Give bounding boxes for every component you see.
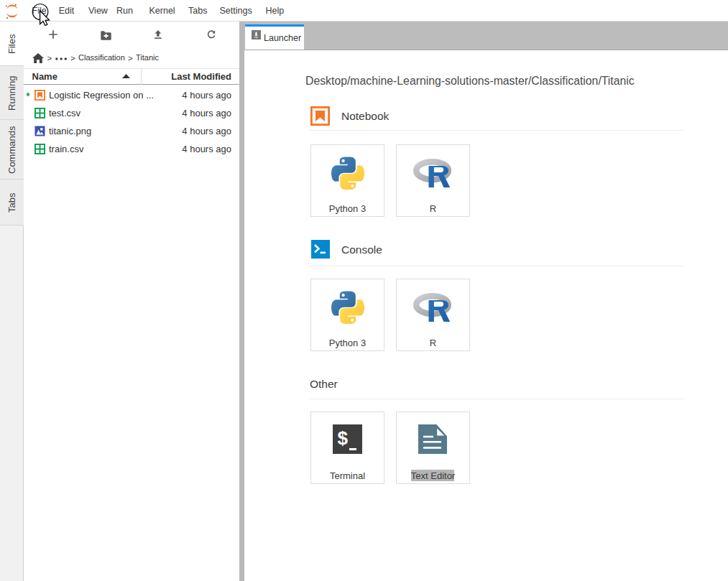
svg-text:$: $	[338, 427, 349, 449]
